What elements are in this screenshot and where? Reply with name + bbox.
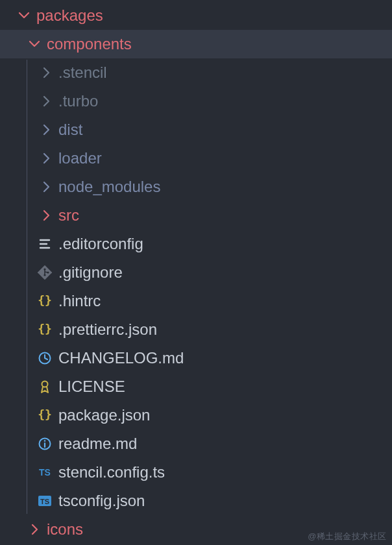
file-changelog[interactable]: CHANGELOG.md [0, 344, 392, 372]
folder-label: src [58, 206, 79, 224]
file-label: package.json [58, 406, 150, 424]
chevron-right-icon [40, 67, 52, 79]
file-tree: packages components .stencil .turbo dist… [0, 0, 392, 544]
folder-components[interactable]: components [0, 30, 392, 58]
chevron-right-icon [40, 95, 52, 107]
file-prettierrc[interactable]: .prettierrc.json [0, 315, 392, 344]
file-editorconfig[interactable]: .editorconfig [0, 230, 392, 258]
folder-label: .stencil [58, 64, 107, 82]
clock-icon [38, 351, 52, 365]
tsconfig-icon [38, 494, 52, 508]
folder-dist[interactable]: dist [0, 115, 392, 144]
editorconfig-icon [38, 237, 52, 251]
folder-node-modules[interactable]: node_modules [0, 173, 392, 201]
file-label: .gitignore [58, 263, 123, 282]
folder-loader[interactable]: loader [0, 144, 392, 173]
license-icon [38, 380, 52, 394]
watermark: @稀土掘金技术社区 [308, 531, 387, 542]
file-tsconfig[interactable]: tsconfig.json [0, 487, 392, 515]
file-label: readme.md [58, 435, 137, 453]
chevron-down-icon [18, 10, 30, 21]
file-label: LICENSE [58, 378, 125, 396]
json-icon [38, 408, 52, 422]
folder-label: components [47, 35, 132, 53]
chevron-right-icon [29, 524, 40, 535]
file-readme[interactable]: readme.md [0, 430, 392, 458]
file-label: .prettierrc.json [58, 321, 157, 339]
chevron-right-icon [40, 210, 52, 221]
folder-label: dist [58, 121, 82, 139]
file-label: tsconfig.json [58, 492, 145, 510]
file-label: .editorconfig [58, 235, 143, 253]
file-hintrc[interactable]: .hintrc [0, 287, 392, 315]
file-label: stencil.config.ts [58, 463, 165, 481]
folder-stencil[interactable]: .stencil [0, 58, 392, 87]
typescript-icon [38, 465, 52, 479]
indent-guide [27, 60, 27, 514]
json-icon [38, 322, 52, 337]
json-icon [38, 294, 52, 308]
chevron-down-icon [29, 38, 40, 50]
info-icon [38, 437, 52, 451]
file-label: CHANGELOG.md [58, 349, 184, 367]
chevron-right-icon [40, 152, 52, 164]
file-gitignore[interactable]: .gitignore [0, 258, 392, 287]
file-package-json[interactable]: package.json [0, 401, 392, 430]
folder-label: node_modules [58, 178, 160, 196]
file-stencil-config[interactable]: stencil.config.ts [0, 458, 392, 487]
folder-label: packages [36, 6, 103, 25]
file-label: .hintrc [58, 292, 101, 310]
folder-label: icons [47, 520, 83, 539]
chevron-right-icon [40, 181, 52, 193]
folder-label: .turbo [58, 92, 98, 110]
folder-turbo[interactable]: .turbo [0, 87, 392, 115]
chevron-right-icon [40, 124, 52, 136]
folder-packages[interactable]: packages [0, 1, 392, 30]
folder-label: loader [58, 149, 102, 167]
git-icon [38, 265, 52, 280]
file-license[interactable]: LICENSE [0, 372, 392, 401]
folder-src[interactable]: src [0, 201, 392, 230]
